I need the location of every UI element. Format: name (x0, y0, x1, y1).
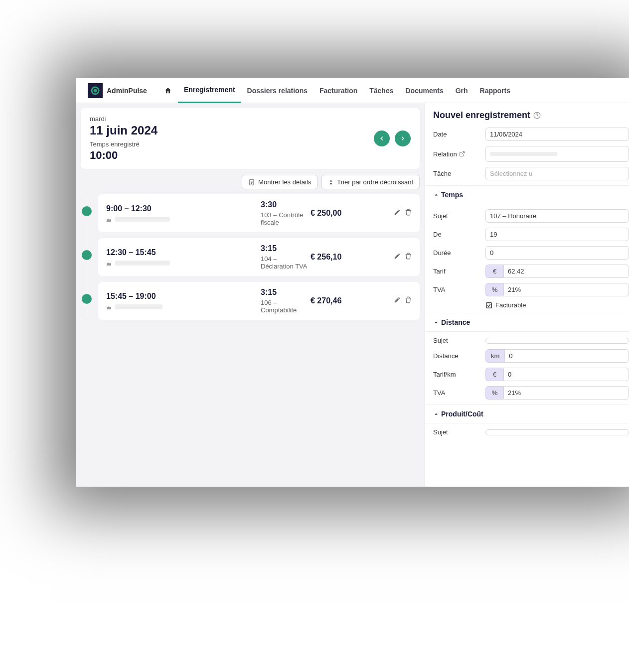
percent-prefix: % (485, 386, 503, 400)
temps-duration-input[interactable]: 0 (485, 246, 629, 260)
distance-vat-label: TVA (433, 389, 485, 397)
trash-icon (405, 253, 412, 260)
entry-time-range: 12:30 – 15:45 (106, 248, 261, 257)
distance-rate-input[interactable]: 0 (503, 368, 629, 381)
time-entry[interactable]: 12:30 – 15:45 3:15 104 – Déclaration TVA… (98, 238, 420, 276)
delete-entry-button[interactable] (405, 253, 412, 262)
billable-label: Facturable (495, 301, 526, 309)
svg-rect-9 (486, 302, 492, 308)
edit-entry-button[interactable] (394, 209, 401, 218)
date-label: Date (433, 131, 485, 138)
relation-input[interactable] (485, 146, 629, 162)
sort-desc-label: Trier par ordre décroissant (337, 178, 413, 186)
show-details-button[interactable]: Montrer les détails (242, 175, 317, 189)
sort-desc-button[interactable]: Trier par ordre décroissant (321, 175, 420, 189)
nav-facturation[interactable]: Facturation (314, 78, 363, 103)
temps-vat-label: TVA (433, 286, 485, 293)
factory-icon (106, 304, 112, 310)
chevron-up-icon (433, 411, 439, 417)
pencil-icon (394, 209, 401, 216)
section-temps-header[interactable]: Temps (425, 185, 629, 204)
recorded-time-label: Temps enregistré (90, 140, 157, 148)
trash-icon (405, 209, 412, 216)
nav-grh[interactable]: Grh (450, 78, 474, 103)
chevron-up-icon (433, 319, 439, 325)
km-prefix: km (485, 349, 504, 363)
nav-home[interactable] (158, 78, 178, 103)
recorded-time-value: 10:00 (90, 149, 157, 162)
entry-duration: 3:15 (261, 244, 311, 253)
checkbox-checked-icon[interactable] (485, 302, 492, 309)
nav-dossiers[interactable]: Dossiers relations (241, 78, 314, 103)
brand-name: AdminPulse (107, 87, 147, 95)
relation-label: Relation (433, 150, 485, 158)
chevron-up-icon (433, 192, 439, 198)
delete-entry-button[interactable] (405, 296, 412, 305)
section-distance-header[interactable]: Distance (425, 313, 629, 332)
temps-rate-input[interactable]: 62,42 (503, 265, 629, 278)
distance-input[interactable]: 0 (504, 349, 629, 363)
nav-enregistrement[interactable]: Enregistrement (178, 78, 241, 103)
timeline-dot (82, 250, 92, 260)
logo-mark-icon (88, 83, 103, 98)
task-select[interactable]: Sélectionnez u (485, 167, 629, 180)
list-toolbar: Montrer les détails Trier par ordre décr… (81, 173, 420, 194)
entry-amount: € 250,00 (311, 209, 394, 218)
task-label: Tâche (433, 170, 485, 177)
entry-duration: 3:30 (261, 200, 311, 209)
section-product-header[interactable]: Produit/Coût (425, 404, 629, 423)
timeline-dot (82, 206, 92, 216)
nav-documents[interactable]: Documents (399, 78, 449, 103)
factory-icon (106, 216, 112, 222)
entry-amount: € 256,10 (311, 253, 394, 262)
trash-icon (405, 296, 412, 303)
entry-desc: 103 – Contrôle fiscale (261, 211, 311, 226)
client-placeholder (115, 304, 162, 309)
distance-vat-input[interactable]: 21% (503, 386, 629, 400)
distance-subject-label: Sujet (433, 337, 485, 344)
temps-vat-input[interactable]: 21% (503, 283, 629, 296)
product-subject-label: Sujet (433, 428, 485, 436)
factory-icon (106, 260, 112, 266)
entry-amount: € 270,46 (311, 296, 394, 305)
temps-from-label: De (433, 231, 485, 238)
nav-taches[interactable]: Tâches (363, 78, 399, 103)
chevron-right-icon (399, 135, 406, 142)
euro-prefix: € (485, 368, 503, 381)
product-subject-input[interactable] (485, 429, 629, 435)
distance-rate-label: Tarif/km (433, 371, 485, 378)
weekday-label: mardi (90, 115, 157, 123)
entry-time-range: 9:00 – 12:30 (106, 204, 261, 213)
sort-icon (328, 179, 334, 186)
topbar: AdminPulse Enregistrement Dossiers relat… (76, 78, 629, 103)
temps-rate-label: Tarif (433, 268, 485, 275)
show-details-label: Montrer les détails (258, 178, 311, 186)
edit-entry-button[interactable] (394, 296, 401, 305)
next-day-button[interactable] (395, 131, 411, 146)
external-link-icon[interactable] (459, 151, 465, 157)
temps-subject-input[interactable]: 107 – Honoraire (485, 209, 629, 223)
entry-desc: 104 – Déclaration TVA (261, 255, 311, 270)
nav-rapports[interactable]: Rapports (474, 78, 516, 103)
prev-day-button[interactable] (374, 131, 390, 146)
help-icon[interactable] (533, 112, 541, 119)
distance-subject-input[interactable] (485, 338, 629, 344)
edit-entry-button[interactable] (394, 253, 401, 262)
client-placeholder (115, 217, 170, 222)
home-icon (164, 87, 172, 95)
temps-from-input[interactable]: 19 (485, 228, 629, 241)
entry-time-range: 15:45 – 19:00 (106, 292, 261, 301)
entry-desc: 106 – Comptabilité (261, 299, 311, 314)
svg-line-8 (462, 152, 465, 155)
temps-subject-label: Sujet (433, 212, 485, 220)
pencil-icon (394, 253, 401, 260)
date-input[interactable]: 11/06/2024 (485, 128, 629, 141)
chevron-left-icon (378, 135, 385, 142)
brand-logo[interactable]: AdminPulse (88, 83, 147, 98)
delete-entry-button[interactable] (405, 209, 412, 218)
temps-duration-label: Durée (433, 249, 485, 257)
pencil-icon (394, 296, 401, 303)
time-entry[interactable]: 15:45 – 19:00 3:15 106 – Comptabilité € … (98, 282, 420, 320)
left-panel: mardi 11 juin 2024 Temps enregistré 10:0… (76, 103, 425, 487)
time-entry[interactable]: 9:00 – 12:30 3:30 103 – Contrôle fiscale… (98, 194, 420, 232)
